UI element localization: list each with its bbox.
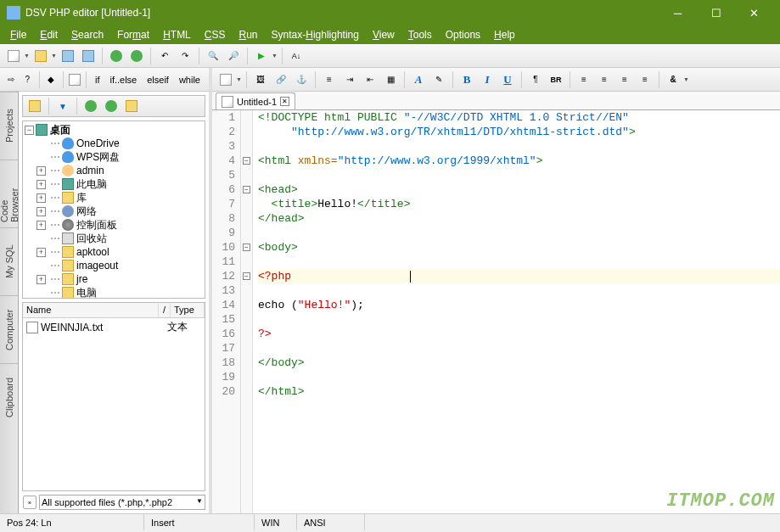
special-char-button[interactable]: & <box>664 70 682 89</box>
tree-item[interactable]: +⋯jre <box>25 272 203 286</box>
tree-item[interactable]: ⋯电脑 <box>25 286 203 299</box>
tree-item[interactable]: ⋯WPS网盘 <box>25 150 203 164</box>
col-name[interactable]: Name <box>23 303 159 317</box>
open-file-button[interactable] <box>31 47 50 65</box>
tree-item[interactable]: −桌面 <box>25 123 203 137</box>
search-button[interactable]: 🔍 <box>204 47 222 65</box>
fb-filter-button[interactable]: ▼ <box>53 97 72 115</box>
code-line[interactable]: ?> <box>258 327 780 341</box>
snippet-arrow-icon[interactable]: ⇨ <box>4 70 19 89</box>
col-sort-icon[interactable]: / <box>159 303 171 317</box>
link-button[interactable]: 🔗 <box>272 70 290 89</box>
align-center-button[interactable]: ≡ <box>595 70 614 89</box>
menu-view[interactable]: View <box>366 27 401 42</box>
code-line[interactable]: <title>Hello!</title> <box>258 197 780 211</box>
code-line[interactable]: </html> <box>258 384 780 399</box>
tree-item[interactable]: +⋯库 <box>25 191 203 204</box>
snippet-question-icon[interactable]: ? <box>20 70 35 89</box>
tree-item[interactable]: +⋯网络 <box>25 204 203 218</box>
maximize-button[interactable]: ☐ <box>697 0 735 25</box>
browser-home-button[interactable] <box>127 47 146 65</box>
filter-expand-button[interactable]: » <box>23 496 36 509</box>
tree-item[interactable]: +⋯admin <box>25 164 203 177</box>
snippet-elseif[interactable]: elseif <box>143 70 173 89</box>
code-line[interactable]: </body> <box>258 356 780 370</box>
italic-button[interactable]: I <box>478 70 497 89</box>
image-button[interactable]: 🖼 <box>251 70 270 89</box>
font-italic-icon[interactable]: A <box>409 70 428 89</box>
code-line[interactable]: </head> <box>258 211 780 226</box>
code-line[interactable] <box>258 370 780 384</box>
menu-file[interactable]: File <box>3 27 33 42</box>
code-line[interactable]: <head> <box>258 182 780 197</box>
replace-button[interactable]: 🔎 <box>224 47 243 65</box>
sidetab-my-sql[interactable]: My SQL <box>0 227 18 295</box>
code-line[interactable] <box>258 341 780 356</box>
code-line[interactable]: <body> <box>258 240 780 255</box>
undo-button[interactable]: ↶ <box>155 47 174 65</box>
sidetab-clipboard[interactable]: Clipboard <box>0 363 18 431</box>
tree-item[interactable]: ⋯imageout <box>25 259 203 272</box>
menu-options[interactable]: Options <box>439 27 487 42</box>
save-button[interactable] <box>59 47 77 65</box>
code-line[interactable] <box>258 283 780 298</box>
menu-edit[interactable]: Edit <box>33 27 65 42</box>
file-row[interactable]: WEINNJIA.txt文本 <box>23 318 205 336</box>
history-button[interactable] <box>216 70 235 89</box>
code-line[interactable]: <html xmlns="http://www.w3.org/1999/xhtm… <box>258 154 780 168</box>
tree-item[interactable]: +⋯控制面板 <box>25 218 203 232</box>
menu-help[interactable]: Help <box>487 27 522 42</box>
br-button[interactable]: BR <box>547 70 565 89</box>
code-line[interactable]: echo ("Hello!"); <box>258 298 780 312</box>
align-right-button[interactable]: ≡ <box>615 70 634 89</box>
snippet-ifelse[interactable]: if..else <box>105 70 141 89</box>
code-area[interactable]: 1234567891011121314151617181920 −−−− <!D… <box>212 110 780 513</box>
editor-tab[interactable]: Untitled-1 ✕ <box>216 92 295 109</box>
menu-css[interactable]: CSS <box>198 27 233 42</box>
fold-gutter[interactable]: −−−− <box>241 110 253 513</box>
menu-html[interactable]: HTML <box>156 27 198 42</box>
format-button[interactable]: A↓ <box>287 47 306 65</box>
file-list[interactable]: Name / Type WEINNJIA.txt文本 <box>22 302 205 491</box>
sidetab-projects[interactable]: Projects <box>0 92 18 160</box>
run-button[interactable]: ▶ <box>252 47 271 65</box>
sidetab-code-browser[interactable]: Code Browser <box>0 160 18 227</box>
menu-run[interactable]: Run <box>232 27 264 42</box>
code-line[interactable] <box>258 255 780 269</box>
new-file-button[interactable] <box>4 47 23 65</box>
outdent-button[interactable]: ⇤ <box>361 70 379 89</box>
code-line[interactable] <box>258 312 780 327</box>
fb-forward-button[interactable] <box>102 97 121 115</box>
save-all-button[interactable] <box>79 47 98 65</box>
menu-search[interactable]: Search <box>65 27 110 42</box>
tree-item[interactable]: ⋯回收站 <box>25 232 203 245</box>
file-filter-dropdown[interactable]: All supported files (*.php,*.php2 ▼ <box>39 495 205 510</box>
minimize-button[interactable]: ─ <box>659 0 697 25</box>
code-lines[interactable]: <!DOCTYPE html PUBLIC "-//W3C//DTD XHTML… <box>253 110 780 513</box>
align-left-button[interactable]: ≡ <box>575 70 593 89</box>
snippet-tag-icon[interactable]: ◆ <box>44 70 59 89</box>
sidetab-computer[interactable]: Computer <box>0 295 18 363</box>
snippet-doc-icon[interactable] <box>67 70 81 89</box>
paragraph-button[interactable]: ¶ <box>526 70 545 89</box>
code-line[interactable]: <?php <box>258 269 780 283</box>
code-line[interactable]: "http://www.w3.org/TR/xhtml1/DTD/xhtml1-… <box>258 125 780 139</box>
bold-button[interactable]: B <box>457 70 476 89</box>
tree-item[interactable]: ⋯OneDrive <box>25 137 203 150</box>
browser-back-button[interactable] <box>107 47 126 65</box>
tree-item[interactable]: +⋯此电脑 <box>25 177 203 191</box>
tree-item[interactable]: +⋯apktool <box>25 245 203 259</box>
menu-format[interactable]: Format <box>110 27 156 42</box>
snippet-while[interactable]: while <box>175 70 205 89</box>
close-tab-icon[interactable]: ✕ <box>280 97 289 106</box>
code-line[interactable] <box>258 226 780 240</box>
anchor-button[interactable]: ⚓ <box>292 70 311 89</box>
list-button[interactable]: ≡ <box>320 70 339 89</box>
code-line[interactable]: <!DOCTYPE html PUBLIC "-//W3C//DTD XHTML… <box>258 110 780 125</box>
redo-button[interactable]: ↷ <box>176 47 194 65</box>
code-line[interactable] <box>258 139 780 154</box>
indent-button[interactable]: ⇥ <box>340 70 359 89</box>
menu-tools[interactable]: Tools <box>401 27 439 42</box>
folder-tree[interactable]: −桌面⋯OneDrive⋯WPS网盘+⋯admin+⋯此电脑+⋯库+⋯网络+⋯控… <box>22 120 205 299</box>
table-button[interactable]: ▦ <box>381 70 400 89</box>
